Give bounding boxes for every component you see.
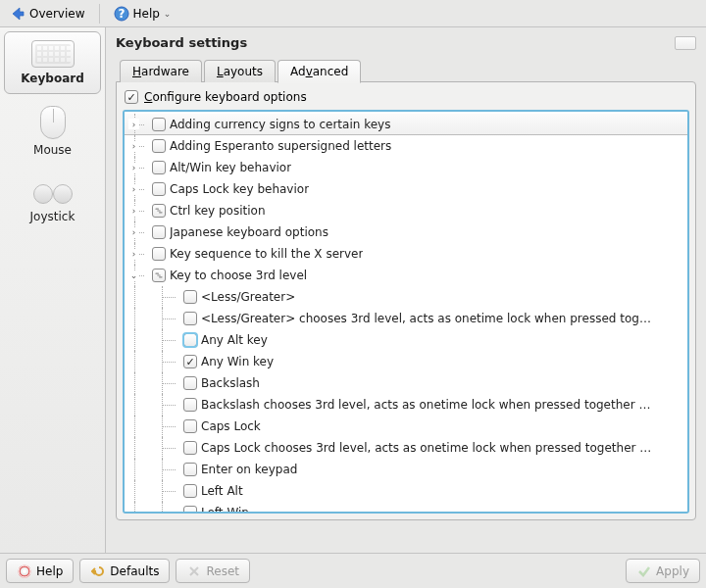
tree-item-label: Alt/Win key behavior [170,161,291,174]
tree-group[interactable]: ›Japanese keyboard options [125,221,687,243]
tree-item-label: Any Win key [201,355,274,368]
tree-item[interactable]: Backslash chooses 3rd level, acts as one… [125,394,687,416]
tree-item-checkbox[interactable] [152,182,166,196]
expand-collapse-icon[interactable]: › [128,206,139,217]
options-tree[interactable]: ›Adding currency signs to certain keys›A… [123,110,689,514]
sidebar-item-keyboard[interactable]: Keyboard [4,31,101,94]
undo-icon [90,564,105,578]
tree-group-expanded[interactable]: ⌄Key to choose 3rd level [125,265,687,286]
tree-item-checkbox[interactable] [183,355,197,368]
tree-item-label: Ctrl key position [170,204,266,218]
tree-item-label: Caps Lock key behavior [170,182,309,196]
svg-text:?: ? [118,7,125,21]
defaults-button[interactable]: Defaults [79,559,170,583]
sidebar-item-joystick[interactable]: Joystick [4,169,101,231]
tree-item-label: Enter on keypad [201,463,297,476]
tree-item-label: Key sequence to kill the X server [170,247,363,261]
toolbar-separator [99,4,100,24]
tree-item-checkbox[interactable] [152,247,166,261]
expand-collapse-icon[interactable]: › [128,119,139,129]
content-panel: Keyboard settings Hardware Layouts Advan… [106,27,706,553]
tree-item-checkbox[interactable] [152,118,166,131]
tree-item-checkbox[interactable] [152,225,166,239]
tree-item[interactable]: Left Alt [125,480,687,502]
tree-item-label: Backslash [201,376,260,390]
expand-collapse-icon[interactable]: › [128,184,139,195]
tree-item-checkbox[interactable] [183,484,197,498]
tree-item[interactable]: Left Win [125,502,687,514]
tree-item-checkbox[interactable] [183,376,197,390]
keyboard-icon [31,40,75,68]
tree-item-label: Key to choose 3rd level [170,269,307,282]
sidebar: Keyboard Mouse Joystick [0,27,106,553]
tree-item-label: Caps Lock [201,419,261,433]
expand-collapse-icon[interactable]: › [128,163,139,173]
tree-item[interactable]: Any Win key [125,351,687,372]
sidebar-item-label: Mouse [33,143,72,157]
top-toolbar: Overview ? Help ⌄ [0,0,706,27]
overview-button[interactable]: Overview [4,4,91,24]
tree-item-checkbox[interactable] [183,312,197,325]
expand-collapse-icon[interactable]: › [128,141,139,152]
tree-group[interactable]: ›Adding currency signs to certain keys [125,114,687,135]
chevron-down-icon: ⌄ [164,9,172,19]
tree-item[interactable]: Caps Lock [125,416,687,437]
tab-layouts[interactable]: Layouts [204,60,276,82]
defaults-button-label: Defaults [110,564,159,578]
sidebar-item-label: Keyboard [21,72,84,85]
main-area: Keyboard Mouse Joystick Keyboard setting… [0,27,706,553]
tree-item-label: Left Win [201,506,249,514]
expand-collapse-icon[interactable]: › [128,227,139,238]
tree-group[interactable]: ›Key sequence to kill the X server [125,243,687,265]
back-arrow-icon [10,6,25,22]
tree-group[interactable]: ›Caps Lock key behavior [125,178,687,200]
tree-item[interactable]: <Less/Greater> chooses 3rd level, acts a… [125,308,687,329]
tree-item-label: Backslash chooses 3rd level, acts as one… [201,398,650,412]
tree-item-checkbox[interactable] [183,441,197,455]
tree-item-label: Any Alt key [201,333,268,347]
tree-item-checkbox[interactable] [183,333,197,347]
tree-item-checkbox[interactable] [152,161,166,174]
apply-button-label: Apply [656,564,689,578]
help-menu-button[interactable]: ? Help ⌄ [108,4,177,24]
tree-item-checkbox[interactable] [183,419,197,433]
help-button[interactable]: Help [6,559,74,583]
tree-item[interactable]: <Less/Greater> [125,286,687,308]
svg-point-4 [23,569,26,573]
sidebar-item-label: Joystick [30,210,76,223]
tree-item-label: <Less/Greater> [201,290,295,304]
check-icon [636,564,651,578]
tree-item-label: Left Alt [201,484,243,498]
tree-item-checkbox[interactable] [183,398,197,412]
help-button-label: Help [36,564,63,578]
joystick-icon [33,176,73,206]
tree-group[interactable]: ›Adding Esperanto supersigned letters [125,135,687,157]
tree-item-checkbox[interactable] [183,506,197,514]
expand-collapse-icon[interactable]: › [128,249,139,260]
tree-item-label: Japanese keyboard options [170,225,328,239]
tab-hardware[interactable]: Hardware [120,60,202,82]
reset-button-label: Reset [206,564,239,578]
tree-item-checkbox[interactable] [152,269,166,282]
tree-item[interactable]: Caps Lock chooses 3rd level, acts as one… [125,437,687,459]
tree-item[interactable]: Enter on keypad [125,459,687,480]
tree-group[interactable]: ›Ctrl key position [125,200,687,221]
tree-group[interactable]: ›Alt/Win key behavior [125,157,687,178]
tree-item-checkbox[interactable] [152,139,166,153]
reset-button[interactable]: Reset [176,559,250,583]
mouse-icon [40,106,66,139]
tree-item-label: Adding currency signs to certain keys [170,118,390,131]
configure-options-row[interactable]: Configure keyboard options [123,88,689,110]
tree-item-checkbox[interactable] [183,463,197,476]
tab-advanced[interactable]: Advanced [277,60,361,83]
tree-item-checkbox[interactable] [183,290,197,304]
tree-item-checkbox[interactable] [152,204,166,218]
configure-options-label: Configure keyboard options [144,90,307,104]
tabs: Hardware Layouts Advanced [116,60,696,82]
configure-options-checkbox[interactable] [125,90,138,104]
apply-button[interactable]: Apply [626,559,700,583]
sidebar-item-mouse[interactable]: Mouse [4,98,101,165]
expand-collapse-icon[interactable]: ⌄ [128,270,139,281]
tree-item[interactable]: Backslash [125,372,687,394]
tree-item[interactable]: Any Alt key [125,329,687,351]
